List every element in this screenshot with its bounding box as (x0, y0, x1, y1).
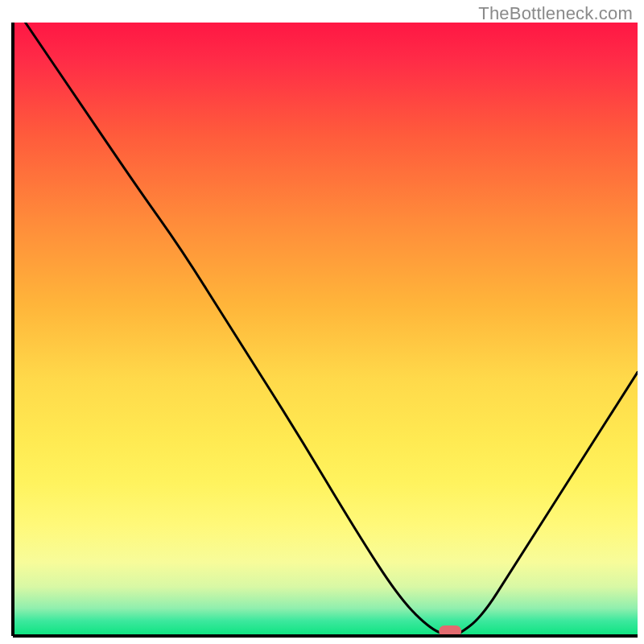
gradient-background (13, 23, 638, 636)
chart-root: TheBottleneck.com (0, 0, 644, 644)
plot-area (13, 23, 638, 637)
watermark-label: TheBottleneck.com (478, 3, 633, 24)
bottleneck-plot (0, 0, 644, 644)
